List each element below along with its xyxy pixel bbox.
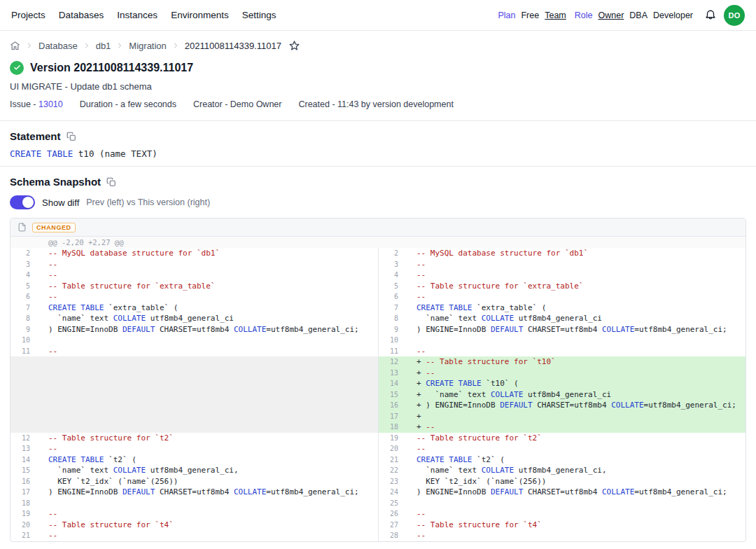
diff-line: 9) ENGINE=InnoDB DEFAULT CHARSET=utf8mb4…	[379, 324, 746, 335]
meta-issue: Issue - 13010	[10, 99, 63, 111]
diff-line: 10	[379, 335, 746, 346]
role-option-developer[interactable]: Developer	[653, 11, 693, 20]
nav-item-databases[interactable]: Databases	[59, 10, 104, 20]
diff-line: 6--	[379, 291, 746, 303]
statement-heading-label: Statement	[10, 130, 61, 142]
diff-pane-right[interactable]: 2-- MySQL database structure for `db1`3-…	[378, 248, 746, 541]
show-diff-label: Show diff	[42, 197, 79, 208]
breadcrumb-db1[interactable]: db1	[96, 41, 111, 51]
toggle-knob	[22, 197, 34, 208]
diff-header-bar: CHANGED	[10, 218, 746, 237]
meta-duration: Duration - a few seconds	[80, 99, 176, 111]
diff-line: 14CREATE TABLE `t2` (	[10, 454, 378, 466]
plan-switcher: Plan Free Team	[498, 11, 566, 20]
diff-line: 13+ --	[379, 368, 746, 379]
role-option-owner[interactable]: Owner	[598, 11, 624, 20]
diff-line: 19-- Table structure for `t2`	[379, 433, 746, 444]
avatar[interactable]: DO	[724, 5, 745, 26]
divider	[0, 166, 756, 167]
plan-option-free[interactable]: Free	[521, 11, 539, 20]
notification-bell-icon[interactable]	[704, 9, 717, 22]
star-icon[interactable]	[289, 41, 300, 51]
diff-line: 6--	[10, 291, 378, 303]
breadcrumb-migration[interactable]: Migration	[129, 41, 166, 51]
diff-line: 9) ENGINE=InnoDB DEFAULT CHARSET=utf8mb4…	[10, 324, 378, 335]
diff-line	[10, 356, 378, 368]
nav-right: Plan Free Team Role Owner DBA Developer …	[498, 5, 745, 26]
role-option-dba[interactable]: DBA	[629, 11, 648, 20]
sql-text: t10 (name TEXT)	[73, 148, 157, 159]
breadcrumb: Database db1 Migration 20211008114339.11…	[0, 39, 756, 52]
diff-line: 27-- Table structure for `t4`	[379, 520, 746, 531]
success-check-icon	[10, 61, 24, 75]
nav-item-instances[interactable]: Instances	[117, 10, 158, 20]
breadcrumb-version[interactable]: 20211008114339.11017	[185, 41, 281, 51]
diff-pane-left[interactable]: 2-- MySQL database structure for `db1`3-…	[10, 248, 378, 541]
diff-line	[10, 389, 378, 401]
diff-line: 11--	[10, 346, 378, 357]
role-switcher: Role Owner DBA Developer	[575, 11, 693, 20]
diff-hint-text: Prev (left) vs This version (right)	[86, 197, 210, 207]
snapshot-section-heading: Schema Snapshot	[0, 175, 756, 188]
diff-line: 4--	[10, 270, 378, 281]
diff-line: 3--	[10, 259, 378, 270]
diff-line: 23 KEY `t2_idx` (`name`(256))	[379, 476, 746, 487]
diff-line: 17+	[379, 411, 746, 422]
role-label: Role	[575, 11, 593, 20]
diff-line: 20-- Table structure for `t4`	[10, 520, 378, 531]
diff-line: 10	[10, 335, 378, 346]
diff-line	[10, 378, 378, 389]
chevron-right-icon	[115, 41, 124, 50]
chevron-right-icon	[83, 41, 91, 50]
chevron-right-icon	[25, 41, 34, 50]
diff-line: 18+ --	[379, 422, 746, 433]
meta-issue-label: Issue -	[10, 99, 36, 109]
diff-panes: 2-- MySQL database structure for `db1`3-…	[10, 248, 746, 541]
diff-line: 2-- MySQL database structure for `db1`	[379, 248, 746, 259]
diff-line: 8 `name` text COLLATE utf8mb4_general_ci	[10, 313, 378, 324]
nav-item-environments[interactable]: Environments	[171, 10, 229, 20]
breadcrumb-database[interactable]: Database	[38, 41, 78, 51]
diff-line: 4--	[379, 270, 746, 281]
sql-keyword: CREATE TABLE	[10, 148, 73, 159]
version-meta: Issue - 13010 Duration - a few seconds C…	[0, 99, 756, 111]
show-diff-toggle[interactable]	[10, 195, 35, 209]
diff-line: 18	[10, 498, 378, 509]
meta-created: Created - 11:43 by version development	[298, 99, 453, 111]
changed-badge: CHANGED	[32, 223, 76, 232]
meta-creator: Creator - Demo Owner	[193, 99, 281, 111]
statement-sql: CREATE TABLE t10 (name TEXT)	[0, 148, 756, 166]
document-icon	[18, 223, 27, 232]
diff-line: 8 `name` text COLLATE utf8mb4_general_ci	[379, 313, 746, 324]
diff-line: 2-- MySQL database structure for `db1`	[10, 248, 378, 259]
version-subtitle: UI MIGRATE - Update db1 schema	[0, 81, 756, 92]
nav-item-settings[interactable]: Settings	[242, 10, 276, 20]
diff-line	[10, 368, 378, 379]
home-icon[interactable]	[10, 41, 20, 51]
plan-option-team[interactable]: Team	[545, 11, 566, 20]
diff-toggle-row: Show diff Prev (left) vs This version (r…	[0, 195, 756, 210]
diff-line: 26--	[379, 508, 746, 520]
page-title: Version 20211008114339.11017	[30, 62, 193, 74]
diff-line	[10, 422, 378, 433]
snapshot-heading-label: Schema Snapshot	[10, 176, 101, 188]
diff-line	[10, 411, 378, 422]
copy-snapshot-icon[interactable]	[106, 177, 116, 187]
diff-line: 5-- Table structure for `extra_table`	[379, 281, 746, 292]
diff-line: 21--	[10, 530, 378, 541]
top-navbar: Projects Databases Instances Environment…	[0, 0, 756, 31]
diff-line: 13--	[10, 443, 378, 454]
diff-line	[10, 400, 378, 411]
version-header: Version 20211008114339.11017	[0, 60, 756, 75]
diff-line: 5-- Table structure for `extra_table`	[10, 281, 378, 292]
diff-line: 19--	[10, 508, 378, 520]
copy-statement-icon[interactable]	[66, 132, 76, 141]
diff-line: 14+ CREATE TABLE `t10` (	[379, 378, 746, 389]
diff-line: 15 `name` text COLLATE utf8mb4_general_c…	[10, 465, 378, 476]
issue-link[interactable]: 13010	[38, 99, 63, 109]
nav-item-projects[interactable]: Projects	[11, 10, 46, 20]
diff-line: 7CREATE TABLE `extra_table` (	[10, 303, 378, 314]
diff-line: 12+ -- Table structure for `t10`	[379, 356, 746, 368]
main-nav: Projects Databases Instances Environment…	[11, 10, 276, 20]
diff-line: 28--	[379, 530, 746, 541]
